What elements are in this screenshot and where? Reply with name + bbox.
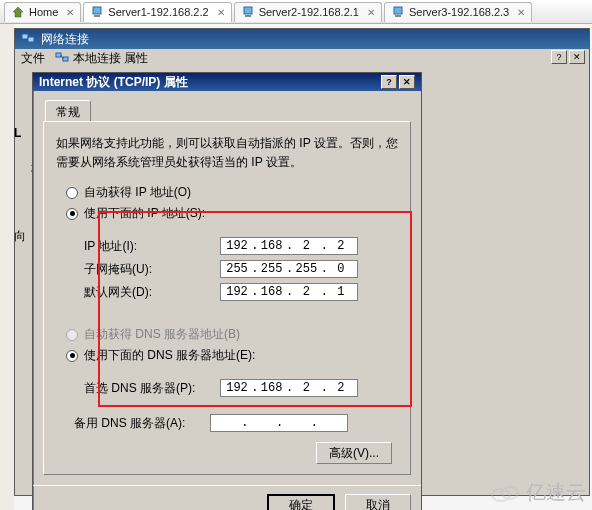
- inner-window-title: 本地连接 属性: [73, 50, 148, 67]
- alternate-dns-input[interactable]: . . .: [210, 414, 348, 432]
- svg-rect-9: [63, 57, 68, 61]
- subnet-mask-input[interactable]: 255. 255. 255. 0: [220, 260, 358, 278]
- menu-file[interactable]: 文件: [21, 50, 45, 67]
- tab-general[interactable]: 常规: [45, 100, 91, 122]
- radio-auto-dns: 自动获得 DNS 服务器地址(B): [66, 326, 398, 343]
- close-icon[interactable]: ✕: [66, 7, 74, 18]
- help-button[interactable]: ?: [381, 75, 397, 89]
- ok-button[interactable]: 确定: [267, 494, 335, 510]
- tab-server2[interactable]: Server2-192.168.2.1 ✕: [234, 2, 382, 22]
- dialog-description: 如果网络支持此功能，则可以获取自动指派的 IP 设置。否则，您需要从网络系统管理…: [56, 134, 398, 172]
- radio-static-ip[interactable]: 使用下面的 IP 地址(S):: [66, 205, 398, 222]
- tab-home[interactable]: Home ✕: [4, 2, 81, 22]
- close-button[interactable]: ✕: [569, 50, 585, 64]
- close-icon[interactable]: ✕: [517, 7, 525, 18]
- tcpip-properties-dialog: Internet 协议 (TCP/IP) 属性 ? ✕ 常规 如果网络支持此功能…: [32, 72, 422, 510]
- close-button[interactable]: ✕: [399, 75, 415, 89]
- radio-icon: [66, 350, 78, 362]
- svg-rect-7: [28, 37, 34, 42]
- cloud-icon: [490, 483, 520, 503]
- network-icon: [21, 31, 35, 48]
- radio-icon: [66, 329, 78, 341]
- tab-server3-label: Server3-192.168.2.3: [409, 6, 509, 18]
- menubar: 文件 本地连接 属性 ? ✕: [15, 49, 589, 67]
- connection-icon: [55, 51, 69, 66]
- radio-icon: [66, 208, 78, 220]
- radio-static-dns[interactable]: 使用下面的 DNS 服务器地址(E):: [66, 347, 398, 364]
- tab-server1[interactable]: Server1-192.168.2.2 ✕: [83, 2, 231, 22]
- ip-address-input[interactable]: 192. 168. 2. 2: [220, 237, 358, 255]
- svg-rect-6: [22, 34, 28, 39]
- server-icon: [90, 5, 104, 19]
- tab-server2-label: Server2-192.168.2.1: [259, 6, 359, 18]
- advanced-button[interactable]: 高级(V)...: [316, 442, 392, 464]
- label-subnet-mask: 子网掩码(U):: [84, 261, 220, 278]
- tab-server1-label: Server1-192.168.2.2: [108, 6, 208, 18]
- browser-tabstrip: Home ✕ Server1-192.168.2.2 ✕ Server2-192…: [0, 0, 592, 24]
- label-preferred-dns: 首选 DNS 服务器(P):: [84, 380, 220, 397]
- server-icon: [391, 5, 405, 19]
- home-icon: [11, 5, 25, 19]
- window-titlebar[interactable]: 网络连接: [15, 29, 589, 49]
- close-icon[interactable]: ✕: [217, 7, 225, 18]
- label-default-gateway: 默认网关(D):: [84, 284, 220, 301]
- dialog-titlebar[interactable]: Internet 协议 (TCP/IP) 属性 ? ✕: [33, 73, 421, 91]
- tab-server3[interactable]: Server3-192.168.2.3 ✕: [384, 2, 532, 22]
- default-gateway-input[interactable]: 192. 168. 2. 1: [220, 283, 358, 301]
- tab-home-label: Home: [29, 6, 58, 18]
- cancel-button[interactable]: 取消: [345, 494, 411, 510]
- svg-rect-1: [94, 15, 100, 17]
- dialog-title: Internet 协议 (TCP/IP) 属性: [39, 74, 188, 91]
- svg-rect-5: [395, 15, 401, 17]
- side-letter: L: [14, 126, 21, 140]
- label-ip-address: IP 地址(I):: [84, 238, 220, 255]
- radio-auto-ip[interactable]: 自动获得 IP 地址(O): [66, 184, 398, 201]
- svg-rect-3: [245, 15, 251, 17]
- server-icon: [241, 5, 255, 19]
- preferred-dns-input[interactable]: 192. 168. 2. 2: [220, 379, 358, 397]
- help-button[interactable]: ?: [551, 50, 567, 64]
- label-alternate-dns: 备用 DNS 服务器(A):: [74, 415, 210, 432]
- side-arrow: 向: [14, 228, 26, 245]
- watermark: 亿速云: [490, 479, 586, 506]
- window-title: 网络连接: [41, 31, 89, 48]
- svg-rect-0: [93, 7, 101, 14]
- svg-rect-2: [244, 7, 252, 14]
- radio-icon: [66, 187, 78, 199]
- svg-rect-8: [56, 53, 61, 57]
- svg-rect-4: [394, 7, 402, 14]
- close-icon[interactable]: ✕: [367, 7, 375, 18]
